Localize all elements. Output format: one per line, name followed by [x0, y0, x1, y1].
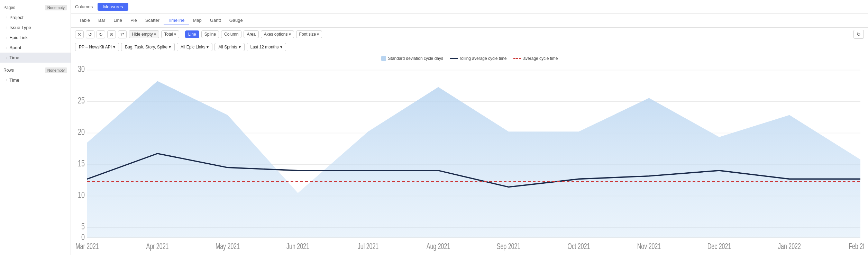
sidebar-item-label: Epic Link: [9, 35, 28, 40]
svg-text:Jul 2021: Jul 2021: [358, 242, 378, 251]
chevron-right-icon: ›: [6, 26, 7, 29]
chevron-down-icon: ▾: [154, 32, 156, 37]
svg-text:10: 10: [78, 190, 85, 200]
tab-timeline[interactable]: Timeline: [164, 16, 189, 25]
sidebar-item-project[interactable]: › Project: [0, 12, 71, 22]
chevron-down-icon: ▾: [239, 45, 241, 49]
spline-label: Spline: [204, 32, 216, 37]
comment-button[interactable]: ⊙: [107, 30, 116, 38]
chevron-right-icon: ›: [6, 16, 7, 19]
svg-text:Dec 2021: Dec 2021: [707, 242, 731, 251]
hide-empty-label: Hide empty: [132, 32, 153, 37]
font-size-label: Font size: [299, 32, 316, 37]
undo-button[interactable]: ↺: [86, 30, 94, 38]
line-label: Line: [188, 32, 196, 37]
issue-type-filter[interactable]: Bug, Task, Story, Spike ▾: [121, 43, 175, 51]
legend-avg: average cycle time: [513, 56, 558, 61]
chevron-down-icon: ▾: [169, 45, 171, 49]
refresh-button[interactable]: ↻: [853, 30, 864, 39]
column-button[interactable]: Column: [221, 30, 241, 38]
sprints-filter[interactable]: All Sprints ▾: [214, 43, 244, 51]
chevron-right-icon: ›: [6, 46, 7, 49]
sidebar-item-label: Project: [9, 15, 23, 20]
sidebar: Pages Nonempty › Project › Issue Type › …: [0, 0, 71, 255]
sidebar-item-label: Time: [9, 78, 19, 83]
legend-avg-label: average cycle time: [523, 56, 558, 61]
area-button[interactable]: Area: [244, 30, 258, 38]
crosshair-button[interactable]: ✕: [75, 30, 84, 38]
measures-pill[interactable]: Measures: [98, 3, 128, 11]
chevron-right-icon: ›: [6, 36, 7, 39]
legend-std-dev-label: Standard deviation cycle days: [388, 56, 443, 61]
time-range-filter-label: Last 12 months: [250, 45, 279, 49]
chevron-down-icon: ▾: [289, 32, 291, 37]
legend-rolling-avg-label: rolling average cycle time: [460, 56, 506, 61]
svg-text:Feb 2022: Feb 2022: [849, 242, 864, 251]
chart-svg: 30 25 20 15 10 5 0: [75, 65, 864, 255]
tab-bar[interactable]: Bar: [94, 16, 109, 25]
tab-scatter[interactable]: Scatter: [141, 16, 164, 25]
chevron-down-icon: ▾: [174, 32, 176, 37]
tab-gantt[interactable]: Gantt: [206, 16, 225, 25]
line-button[interactable]: Line: [185, 30, 199, 38]
sidebar-item-label: Sprint: [9, 45, 21, 50]
filter-row: PP – NewsKit API ▾ Bug, Task, Story, Spi…: [71, 41, 868, 53]
axes-options-label: Axes options: [264, 32, 288, 37]
svg-text:Aug 2021: Aug 2021: [427, 242, 450, 251]
columns-label: Columns: [75, 4, 93, 9]
sprints-filter-label: All Sprints: [218, 45, 237, 49]
total-button[interactable]: Total ▾: [161, 30, 179, 38]
chevron-down-icon: ▾: [280, 45, 282, 49]
svg-text:Jan 2022: Jan 2022: [778, 242, 801, 251]
main-content: Columns Measures Table Bar Line Pie Scat…: [71, 0, 868, 255]
chart-tabs: Table Bar Line Pie Scatter Timeline Map …: [71, 14, 868, 28]
tab-gauge[interactable]: Gauge: [225, 16, 247, 25]
svg-text:Mar 2021: Mar 2021: [75, 242, 99, 251]
legend-avg-swatch: [513, 58, 521, 59]
svg-text:0: 0: [81, 232, 85, 242]
hide-empty-button[interactable]: Hide empty ▾: [129, 30, 159, 38]
sidebar-item-epic-link[interactable]: › Epic Link: [0, 33, 71, 43]
chevron-down-icon: ▾: [207, 45, 209, 49]
epic-links-filter-label: All Epic Links: [181, 45, 205, 49]
rows-section-header: Rows Nonempty: [0, 65, 71, 75]
axes-options-button[interactable]: Axes options ▾: [261, 30, 294, 38]
svg-text:Jun 2021: Jun 2021: [286, 242, 309, 251]
legend-rolling-avg: rolling average cycle time: [450, 56, 506, 61]
separator: [182, 31, 182, 38]
svg-text:5: 5: [81, 221, 85, 231]
chart-legend: Standard deviation cycle days rolling av…: [71, 53, 868, 62]
pages-section-header: Pages Nonempty: [0, 3, 71, 12]
svg-text:30: 30: [78, 65, 85, 74]
epic-links-filter[interactable]: All Epic Links ▾: [177, 43, 212, 51]
pages-label: Pages: [3, 5, 15, 10]
column-label: Column: [224, 32, 238, 37]
tab-table[interactable]: Table: [75, 16, 94, 25]
svg-text:Sep 2021: Sep 2021: [497, 242, 520, 251]
chevron-right-icon: ›: [6, 56, 7, 60]
svg-text:Apr 2021: Apr 2021: [146, 242, 169, 251]
sidebar-item-time-row[interactable]: › Time: [0, 75, 71, 85]
legend-std-dev: Standard deviation cycle days: [381, 56, 443, 61]
area-label: Area: [247, 32, 255, 37]
sidebar-item-issue-type[interactable]: › Issue Type: [0, 22, 71, 33]
project-filter[interactable]: PP – NewsKit API ▾: [75, 43, 119, 51]
swap-button[interactable]: ⇄: [118, 30, 127, 38]
spline-button[interactable]: Spline: [201, 30, 219, 38]
tab-line[interactable]: Line: [109, 16, 126, 25]
svg-text:25: 25: [78, 95, 85, 106]
sidebar-item-label: Issue Type: [9, 25, 31, 30]
sidebar-item-sprint[interactable]: › Sprint: [0, 43, 71, 53]
sidebar-item-time[interactable]: › Time: [0, 53, 71, 63]
issue-type-filter-label: Bug, Task, Story, Spike: [125, 45, 167, 49]
sidebar-item-label: Time: [9, 55, 19, 60]
time-range-filter[interactable]: Last 12 months ▾: [247, 43, 286, 51]
font-size-button[interactable]: Font size ▾: [296, 30, 322, 38]
tab-pie[interactable]: Pie: [126, 16, 141, 25]
redo-button[interactable]: ↻: [97, 30, 105, 38]
chart-area: 30 25 20 15 10 5 0: [71, 62, 868, 255]
legend-rolling-avg-swatch: [450, 58, 458, 59]
total-label: Total: [164, 32, 173, 37]
tab-map[interactable]: Map: [189, 16, 206, 25]
svg-text:20: 20: [78, 127, 85, 137]
